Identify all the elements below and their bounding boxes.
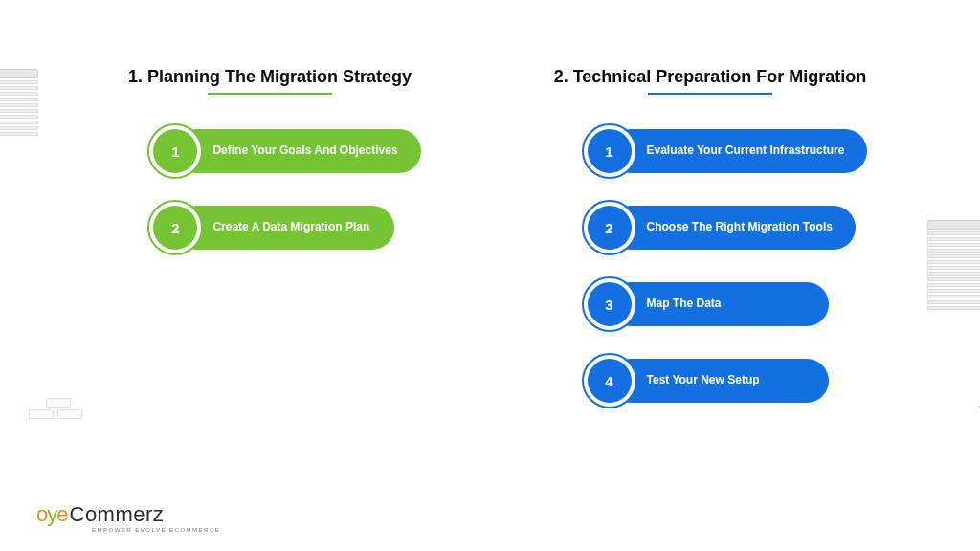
step-item: 1 Define Your Goals And Objectives (147, 123, 420, 179)
steps-list: 1 Define Your Goals And Objectives 2 Cre… (119, 123, 420, 255)
diagram-container: 1. Planning The Migration Strategy 1 Def… (0, 67, 980, 408)
logo-tagline: EMPOWER EVOLVE ECOMMERCE (92, 527, 220, 533)
column-technical: 2. Technical Preparation For Migration 1… (528, 67, 892, 408)
step-badge-ring: 1 (582, 123, 637, 179)
step-label: Create A Data Migration Plan (174, 206, 394, 250)
step-item: 3 Map The Data (582, 276, 829, 332)
logo-oye: o y e (36, 502, 68, 527)
step-badge-ring: 2 (582, 200, 637, 255)
step-number: 2 (153, 206, 197, 250)
column-planning: 1. Planning The Migration Strategy 1 Def… (88, 67, 452, 408)
step-item: 4 Test Your New Setup (582, 353, 829, 408)
steps-list: 1 Evaluate Your Current Infrastructure 2… (553, 123, 868, 408)
step-item: 2 Create A Data Migration Plan (147, 200, 394, 255)
step-badge-ring: 4 (582, 353, 637, 408)
step-label: Define Your Goals And Objectives (174, 129, 420, 173)
step-number: 2 (588, 206, 632, 250)
title-underline (208, 93, 332, 95)
step-label: Test Your New Setup (609, 359, 829, 403)
column-title: 1. Planning The Migration Strategy (128, 67, 412, 87)
brand-logo: o y e Commerz EMPOWER EVOLVE ECOMMERCE (36, 502, 164, 527)
logo-commerz: Commerz (70, 502, 165, 527)
step-number: 3 (588, 282, 632, 326)
column-title: 2. Technical Preparation For Migration (554, 67, 867, 87)
step-label: Choose The Right Migration Tools (609, 206, 856, 250)
step-badge-ring: 2 (147, 200, 203, 255)
step-item: 2 Choose The Right Migration Tools (582, 200, 856, 255)
title-underline (648, 93, 772, 95)
step-label: Map The Data (609, 282, 829, 326)
step-number: 1 (153, 129, 197, 173)
step-number: 4 (588, 359, 632, 403)
step-badge-ring: 3 (582, 276, 637, 332)
step-item: 1 Evaluate Your Current Infrastructure (582, 123, 868, 179)
step-label: Evaluate Your Current Infrastructure (609, 129, 868, 173)
step-number: 1 (588, 129, 632, 173)
logo-letter-e: e (56, 502, 67, 527)
logo-letter-y: y (47, 502, 56, 527)
logo-letter-o: o (36, 502, 47, 527)
step-badge-ring: 1 (147, 123, 203, 179)
